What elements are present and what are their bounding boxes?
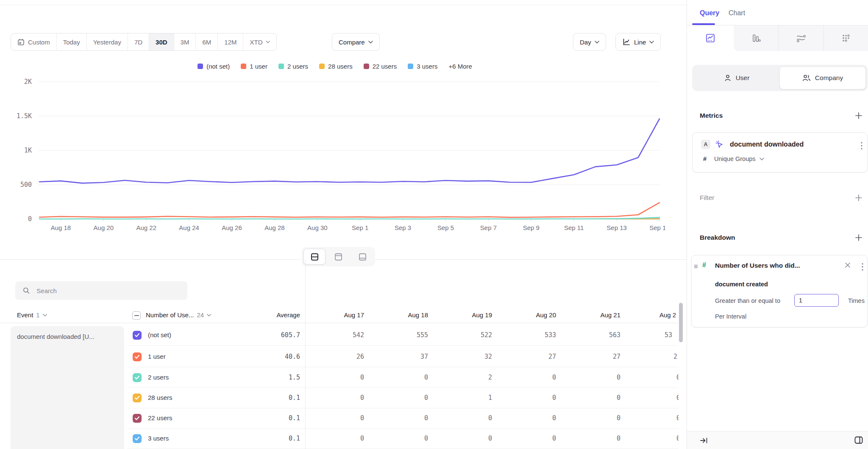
line-chart: 05001K1.5K2KAug 18Aug 20Aug 22Aug 24Aug … (8, 78, 665, 233)
tab-flow-chart[interactable] (778, 25, 823, 50)
interval-dropdown[interactable]: Day (573, 33, 606, 51)
series-label: 1 user (148, 353, 166, 360)
svg-text:Sep 9: Sep 9 (523, 224, 540, 231)
series-checkbox[interactable] (133, 373, 142, 382)
panel-tabs: Query Chart (687, 0, 868, 25)
active-tab-indicator (692, 23, 715, 25)
series-label: 28 users (148, 394, 172, 401)
cell-value: 37 (364, 353, 428, 360)
series-checkbox[interactable] (133, 394, 142, 402)
search-input[interactable] (36, 287, 180, 295)
close-icon[interactable] (844, 262, 851, 269)
date-range-3m[interactable]: 3M (174, 33, 196, 50)
breakdown-interval-label: Per Interval (715, 313, 746, 320)
cell-value: 0 (556, 394, 620, 402)
select-all-checkbox[interactable] (132, 311, 141, 320)
svg-text:Aug 26: Aug 26 (222, 224, 242, 231)
cell-value: 53 (665, 331, 679, 339)
scope-company[interactable]: Company (779, 67, 866, 89)
interval-label: Day (580, 39, 591, 46)
series-column-header[interactable]: Number of Use...24 (146, 311, 211, 319)
date-range-label: Custom (28, 39, 50, 46)
chart-view-button[interactable] (328, 249, 350, 265)
date-range-yesterday[interactable]: Yesterday (87, 33, 128, 50)
chart-type-dropdown[interactable]: Line (615, 33, 661, 51)
split-view-button[interactable] (303, 249, 326, 265)
legend-swatch (408, 64, 413, 69)
legend-item[interactable]: 28 users (319, 63, 353, 70)
kebab-menu-icon[interactable] (860, 141, 863, 150)
legend-item[interactable]: 2 users (278, 63, 308, 70)
table-view-icon (358, 252, 367, 261)
date-range-custom[interactable]: Custom (11, 33, 57, 50)
drag-handle-icon[interactable] (693, 263, 699, 269)
legend-label: 2 users (287, 63, 308, 70)
chevron-down-icon (760, 158, 764, 161)
add-filter-button[interactable] (855, 194, 862, 202)
legend-label: 3 users (417, 63, 437, 70)
toggle-sidebar-icon[interactable] (854, 435, 863, 445)
compare-button[interactable]: Compare (332, 33, 380, 51)
cell-value: 0 (556, 374, 620, 381)
date-range-today[interactable]: Today (57, 33, 87, 50)
collapse-panel-icon[interactable] (700, 436, 708, 445)
calendar-icon (17, 39, 25, 46)
series-checkbox[interactable] (133, 434, 142, 443)
tab-query[interactable]: Query (700, 9, 719, 17)
date-range-xtd[interactable]: XTD (243, 33, 276, 50)
date-column-header: Aug 2 (659, 311, 679, 319)
legend-item[interactable]: 3 users (408, 63, 437, 70)
date-range-7d[interactable]: 7D (128, 33, 149, 50)
legend-item[interactable]: 1 user (241, 63, 267, 70)
table-view-button[interactable] (351, 249, 373, 265)
cell-value: 0 (364, 414, 428, 422)
legend-more[interactable]: +6 More (448, 63, 472, 70)
grid-dots-icon (841, 33, 851, 43)
table-row: 2 users1.5002000 (127, 368, 679, 388)
breakdown-times-label: Times (848, 297, 865, 304)
event-list-item[interactable]: document downloaded [U... (17, 333, 119, 340)
date-range-12m[interactable]: 12M (218, 33, 243, 50)
tab-chart[interactable]: Chart (729, 9, 745, 17)
date-range-label: 12M (224, 39, 236, 46)
add-metric-button[interactable] (855, 112, 862, 119)
series-checkbox[interactable] (133, 331, 142, 340)
measure-dropdown[interactable]: Unique Groups (714, 155, 764, 162)
average-value: 0.1 (237, 435, 300, 442)
svg-text:Aug 30: Aug 30 (307, 224, 328, 231)
series-checkbox[interactable] (133, 414, 142, 423)
event-column-header[interactable]: Event1 (17, 311, 47, 319)
tab-line-chart[interactable] (687, 25, 734, 51)
series-checkbox[interactable] (133, 352, 142, 361)
svg-text:Sep 5: Sep 5 (437, 224, 454, 231)
scope-user[interactable]: User (694, 67, 779, 89)
cell-value: 563 (556, 331, 620, 339)
cell-value: 26 (300, 353, 364, 360)
cell-value: 0 (428, 435, 492, 442)
metric-event-name[interactable]: document downloaded (730, 141, 804, 148)
breakdown-title[interactable]: Number of Users who did... (715, 262, 800, 269)
date-range-30d[interactable]: 30D (149, 33, 174, 50)
tab-bar-chart[interactable] (734, 25, 778, 50)
breakdown-symbol: # (702, 261, 706, 269)
series-label: 3 users (148, 435, 169, 442)
series-label: 2 users (148, 374, 169, 381)
chart-type-tabs (687, 25, 868, 51)
table-scrollbar[interactable] (679, 303, 683, 342)
metrics-heading: Metrics (700, 112, 723, 119)
date-range-6m[interactable]: 6M (196, 33, 218, 50)
kebab-menu-icon[interactable] (861, 262, 864, 272)
add-breakdown-button[interactable] (855, 234, 862, 241)
legend-item[interactable]: (not set) (198, 63, 230, 70)
inactive-chart-tabs (734, 25, 868, 51)
breakdown-value-input[interactable] (794, 294, 839, 307)
results-table: Event1Number of Use...24AverageAug 17Aug… (0, 310, 679, 449)
average-value: 1.5 (237, 374, 300, 381)
legend-swatch (278, 64, 284, 69)
chevron-down-icon (266, 41, 270, 43)
chevron-down-icon (43, 314, 47, 316)
tab-more-charts[interactable] (823, 25, 868, 50)
breakdown-event-name[interactable]: document created (715, 281, 768, 288)
layout-toggle-group (302, 247, 375, 266)
legend-item[interactable]: 22 users (364, 63, 397, 70)
